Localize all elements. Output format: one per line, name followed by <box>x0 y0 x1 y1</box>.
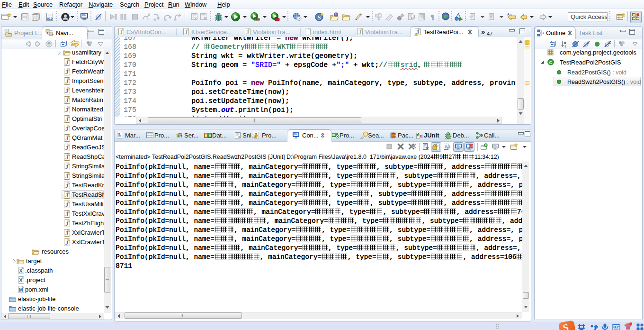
svg-text:J: J <box>65 239 69 246</box>
svg-text:J: J <box>65 211 69 218</box>
svg-text:J: J <box>65 192 69 199</box>
svg-text:X: X <box>19 277 23 283</box>
svg-text:J: J <box>65 201 69 208</box>
svg-text:¶: ¶ <box>430 13 434 21</box>
svg-text:J: J <box>65 125 69 132</box>
svg-text:J: J <box>65 68 69 75</box>
svg-text:J: J <box>65 154 69 161</box>
svg-text:u: u <box>420 133 423 138</box>
svg-text:J: J <box>65 106 69 113</box>
svg-text:J: J <box>65 229 69 237</box>
svg-text:J: J <box>65 173 69 180</box>
svg-text:J: J <box>65 87 69 94</box>
svg-text:J: J <box>65 220 69 227</box>
svg-text:C: C <box>549 60 553 65</box>
svg-text:J: J <box>65 182 69 189</box>
svg-text:X: X <box>19 268 23 274</box>
svg-text:J: J <box>65 97 69 104</box>
svg-text:J: J <box>65 59 69 66</box>
svg-text:J: J <box>358 29 361 36</box>
svg-text:J: J <box>65 78 69 85</box>
svg-text:010: 010 <box>47 17 53 20</box>
svg-text:J: J <box>65 135 69 142</box>
svg-text:M: M <box>18 287 23 293</box>
svg-text:J: J <box>65 116 69 123</box>
svg-text:J: J <box>120 29 123 36</box>
svg-text:J: J <box>185 29 188 36</box>
svg-text:J: J <box>65 144 69 151</box>
svg-text:J: J <box>65 163 69 170</box>
svg-text:S: S <box>318 14 321 21</box>
svg-text:J: J <box>246 29 249 36</box>
svg-text:z: z <box>564 44 566 48</box>
